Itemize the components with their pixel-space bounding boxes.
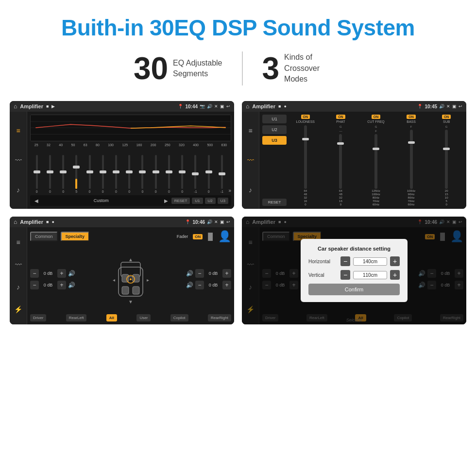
spec-minus-3[interactable]: − (195, 269, 204, 278)
eq-sliders: 0 0 0 5 0 (30, 150, 231, 193)
sidebar-vol-icon-3[interactable]: ♪ (17, 283, 20, 291)
play-icon-1[interactable]: ▶ (51, 104, 55, 109)
camera-icon-1[interactable]: 📷 (200, 104, 205, 109)
fader-on-badge[interactable]: ON (193, 234, 203, 239)
sidebar-vol-icon[interactable]: ♪ (17, 186, 20, 194)
spec-plus-4[interactable]: + (222, 281, 231, 289)
cross-presets: U1 U2 U3 RESET (262, 115, 287, 206)
sidebar-eq-icon-2[interactable]: ≡ (248, 127, 252, 135)
sidebar-eq-icon[interactable]: ≡ (16, 127, 20, 135)
eq-u1-btn[interactable]: U1 (192, 198, 203, 204)
cross-u2-btn[interactable]: U2 (262, 125, 287, 134)
sidebar-vol-icon-2[interactable]: ♪ (249, 186, 252, 194)
screen-dialog: ⌂ Amplifier ■ ● 📍 10:46 🔊 ✕ ▣ ↩ ≡ 〰 ♪ ⚡ (242, 217, 466, 324)
spec-plus-2[interactable]: + (57, 281, 66, 289)
vertical-value: 110cm (353, 271, 387, 279)
vertical-minus-btn[interactable]: − (340, 270, 350, 280)
pin-icon-1: 📍 (178, 104, 183, 109)
screen-eq: ⌂ Amplifier ■ ▶ 📍 10:44 📷 🔊 ✕ ▣ ↩ ≡ 〰 ♪ (10, 101, 234, 209)
cross-u3-btn[interactable]: U3 (262, 136, 287, 145)
svg-text:▲: ▲ (128, 257, 133, 262)
sidebar-eq-icon-3[interactable]: ≡ (16, 238, 20, 246)
eq-scroll-right[interactable]: » (229, 188, 232, 193)
eq-slider-6: 0 (109, 155, 122, 193)
confirm-button[interactable]: Confirm (308, 284, 400, 295)
spec-plus-1[interactable]: + (57, 269, 66, 278)
screen1-title: Amplifier (20, 103, 43, 109)
speaker-icon-2[interactable]: 🔊 (439, 104, 444, 109)
sub-on[interactable]: ON (442, 115, 451, 119)
windows-icon-2[interactable]: ▣ (452, 104, 457, 109)
person-icon[interactable]: 👤 (218, 230, 231, 243)
return-icon-1[interactable]: ↩ (226, 104, 230, 109)
spec-db-val-1: 0 dB (41, 271, 55, 276)
cross-reset-btn[interactable]: RESET (262, 199, 287, 206)
sidebar-wave-icon-3[interactable]: 〰 (15, 261, 22, 269)
return-icon-2[interactable]: ↩ (459, 104, 462, 109)
eq-slider-7: 0 (123, 155, 136, 193)
return-icon-3[interactable]: ↩ (226, 220, 230, 224)
spec-minus-4[interactable]: − (195, 281, 204, 289)
seat-rearleft-btn[interactable]: RearLeft (66, 314, 87, 321)
close-icon-2[interactable]: ✕ (446, 104, 450, 109)
eq-u3-btn[interactable]: U3 (218, 198, 228, 204)
speaker-icon-1[interactable]: 🔊 (207, 104, 212, 109)
speaker-icon-3[interactable]: 🔊 (207, 220, 212, 224)
vertical-plus-btn[interactable]: + (390, 270, 400, 280)
spec-db-row-3: 🔊 − 0 dB + (186, 269, 231, 278)
svg-point-11 (130, 278, 132, 280)
home-icon-3[interactable]: ⌂ (14, 219, 17, 225)
close-icon-1[interactable]: ✕ (214, 104, 218, 109)
seat-rearright-btn[interactable]: RearRight (208, 314, 231, 321)
horizontal-minus-btn[interactable]: − (340, 256, 350, 266)
eq-prev-btn[interactable]: ◀ (33, 198, 40, 204)
eq-u2-btn[interactable]: U2 (205, 198, 216, 204)
windows-icon-3[interactable]: ▣ (220, 220, 224, 224)
eq-desc: EQ Adjustable Segments (173, 58, 222, 80)
status-bar-2: ⌂ Amplifier ■ ● 📍 10:45 🔊 ✕ ▣ ↩ (242, 101, 466, 112)
cutfreq-on[interactable]: ON (372, 115, 381, 119)
time-1: 10:44 (185, 104, 198, 109)
horizontal-plus-btn[interactable]: + (390, 256, 400, 266)
eq-reset-btn[interactable]: RESET (171, 198, 190, 204)
cross-u1-btn[interactable]: U1 (262, 115, 287, 123)
loudness-on[interactable]: ON (301, 115, 310, 119)
screen-specialty: ⌂ Amplifier ■ ● 📍 10:46 🔊 ✕ ▣ ↩ ≡ 〰 ♪ ⚡ (10, 217, 234, 324)
status-bar-1: ⌂ Amplifier ■ ▶ 📍 10:44 📷 🔊 ✕ ▣ ↩ (10, 101, 234, 112)
spec-db-row-2: − 0 dB + 🔊 (30, 281, 75, 289)
svg-text:▸: ▸ (147, 277, 149, 283)
eq-next-btn[interactable]: ▶ (163, 198, 170, 204)
close-icon-3[interactable]: ✕ (214, 220, 218, 224)
eq-slider-9: 0 (149, 155, 162, 193)
sidebar-2: ≡ 〰 ♪ (242, 112, 259, 209)
spec-db-val-4: 0 dB (206, 283, 221, 287)
phat-on[interactable]: ON (336, 115, 345, 119)
seat-copilot-btn[interactable]: Copilot (170, 314, 188, 321)
eq-slider-2: 0 (56, 155, 69, 193)
sidebar-wave-icon[interactable]: 〰 (15, 156, 22, 164)
svg-rect-7 (133, 274, 139, 282)
sidebar-wave-icon-2[interactable]: 〰 (247, 156, 254, 164)
home-icon-1[interactable]: ⌂ (14, 103, 17, 110)
spec-db-row-4: 🔊 − 0 dB + (186, 281, 231, 289)
eq-slider-0: 0 (30, 155, 43, 193)
spec-plus-3[interactable]: + (222, 269, 231, 278)
windows-icon-1[interactable]: ▣ (220, 104, 224, 109)
phat-label: PHAT (336, 120, 345, 123)
sidebar-bt-icon-3[interactable]: ⚡ (14, 305, 22, 313)
dialog-overlay: Car speaker distance setting Horizontal … (242, 217, 466, 324)
home-icon-2[interactable]: ⌂ (246, 103, 249, 110)
seat-all-btn[interactable]: All (106, 314, 117, 321)
spec-minus-1[interactable]: − (30, 269, 39, 278)
stats-row: 30 EQ Adjustable Segments 3 Kinds of Cro… (114, 51, 362, 86)
spec-minus-2[interactable]: − (30, 281, 39, 289)
spec-common-tab[interactable]: Common (30, 232, 58, 241)
spec-body: − 0 dB + 🔊 − 0 dB + 🔊 (30, 247, 231, 311)
crossover-number: 3 (262, 51, 280, 86)
bass-on[interactable]: ON (407, 115, 416, 119)
seat-driver-btn[interactable]: Driver (30, 314, 46, 321)
fader-sliders-icon: ▐▌ (205, 233, 215, 240)
seat-user-btn[interactable]: User (136, 314, 151, 321)
spec-specialty-tab[interactable]: Specialty (61, 232, 90, 241)
spec-right-controls: 🔊 − 0 dB + 🔊 − 0 dB + (186, 247, 231, 311)
